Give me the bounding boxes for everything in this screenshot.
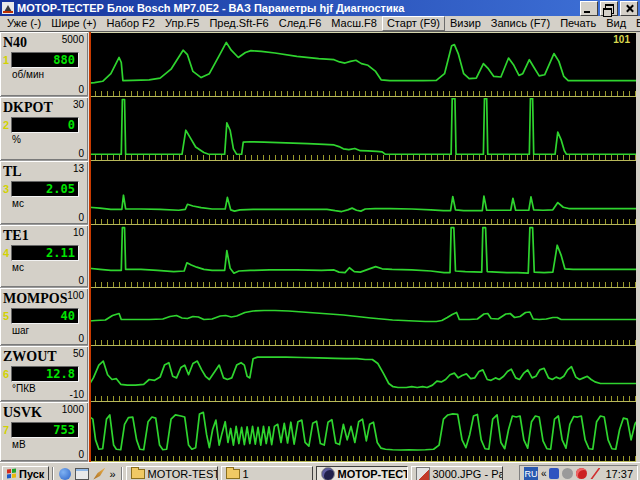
scale-max: 30 <box>73 99 84 110</box>
restore-button[interactable] <box>600 1 618 16</box>
system-tray: RU « 17:37 <box>519 465 638 480</box>
menu-item-print[interactable]: Печать <box>555 17 601 30</box>
channel-row-mompos: MOMPOS 100 540 шаг 0 <box>0 288 636 346</box>
scale-max: 50 <box>73 348 84 359</box>
taskbar-button-motor-tester-folder[interactable]: MOTOR-TESTER <box>126 466 218 480</box>
chart-strip-dkpot[interactable] <box>88 97 636 161</box>
paint-app-icon <box>416 467 430 480</box>
channel-row-usvk: USVK 1000 7753 мВ 0 <box>0 402 636 462</box>
pen-tool-icon[interactable] <box>93 468 105 480</box>
channel-panel-te1[interactable]: TE1 10 42.11 мс 0 <box>0 225 88 288</box>
unit-label: % <box>12 134 85 145</box>
internet-explorer-icon[interactable] <box>59 468 71 480</box>
scale-max: 100 <box>67 290 84 301</box>
task-button-label: МОТОР-ТЕСТЕР Блок ... <box>338 468 408 480</box>
trace-dkpot <box>89 98 636 155</box>
close-button[interactable] <box>620 1 638 16</box>
menu-item-exit[interactable]: Выход (Esc) <box>631 17 640 30</box>
menu-item-control[interactable]: Упр.F5 <box>160 17 204 30</box>
value-display: 880 <box>11 52 79 68</box>
channel-panel-tl[interactable]: TL 13 32.05 мс 0 <box>0 161 88 225</box>
channel-title: N40 <box>3 35 27 50</box>
folder-icon <box>131 469 145 479</box>
chart-strip-usvk[interactable] <box>88 402 636 462</box>
app-icon-accent <box>3 11 13 13</box>
channel-number: 1 <box>3 54 11 66</box>
channel-panel-dkpot[interactable]: DKPOT 30 20 % 0 <box>0 97 88 161</box>
unit-label: мс <box>12 262 85 273</box>
task-button-label: MOTOR-TESTER <box>148 468 218 480</box>
value-display: 12.8 <box>11 366 79 382</box>
channel-row-zwout: ZWOUT 50 612.8 °ПКВ -10 <box>0 346 636 402</box>
menu-item-prev[interactable]: Пред.Sft-F6 <box>204 17 273 30</box>
trace-usvk <box>89 403 636 456</box>
taskbar: Пуск » MOTOR-TESTER 1 МОТОР-ТЕСТЕР Блок … <box>0 462 640 480</box>
channel-number: 2 <box>3 119 11 131</box>
minimize-icon <box>584 11 590 13</box>
scale-min: 0 <box>78 212 84 223</box>
quick-launch: » <box>57 468 117 480</box>
taskbar-clock[interactable]: 17:37 <box>603 468 633 480</box>
windows-logo-icon <box>7 469 16 479</box>
tray-icon-1[interactable] <box>549 468 559 479</box>
menu-item-cursor[interactable]: Визир <box>445 17 486 30</box>
trace-n40 <box>89 34 636 91</box>
chart-strip-mompos[interactable] <box>88 288 636 346</box>
channel-panel-usvk[interactable]: USVK 1000 7753 мВ 0 <box>0 402 88 462</box>
time-ruler <box>89 456 636 462</box>
menu-item-scale[interactable]: Масш.F8 <box>326 17 382 30</box>
motor-tester-app-icon <box>321 467 335 480</box>
quick-launch-overflow-chevron[interactable]: » <box>109 468 115 480</box>
taskbar-button-motor-tester-app[interactable]: МОТОР-ТЕСТЕР Блок ... <box>316 466 408 480</box>
menu-item-start[interactable]: Старт (F9) <box>382 16 445 31</box>
menu-item-next[interactable]: След.F6 <box>274 17 327 30</box>
menu-item-set[interactable]: Набор F2 <box>101 17 160 30</box>
value-display: 753 <box>11 422 79 438</box>
frame-number: 101 <box>613 34 630 45</box>
menu-item-narrower[interactable]: Уже (-) <box>2 17 46 30</box>
restore-icon <box>605 4 614 14</box>
channel-title: TL <box>3 164 22 179</box>
scale-min: -10 <box>70 389 84 400</box>
trace-te1 <box>89 226 636 282</box>
scale-min: 0 <box>78 148 84 159</box>
scale-min: 0 <box>78 333 84 344</box>
show-desktop-icon[interactable] <box>75 468 89 480</box>
tray-icon-2[interactable] <box>562 468 573 479</box>
window-controls <box>580 1 638 16</box>
scale-max: 1000 <box>62 404 84 415</box>
channel-title: DKPOT <box>3 100 53 115</box>
channel-title: USVK <box>3 405 42 420</box>
channel-number: 3 <box>3 183 11 195</box>
taskbar-button-folder-1[interactable]: 1 <box>221 466 313 480</box>
channel-row-te1: TE1 10 42.11 мс 0 <box>0 225 636 288</box>
tray-icon-antivirus[interactable] <box>590 468 600 479</box>
language-indicator[interactable]: RU <box>524 467 538 480</box>
channel-title: MOMPOS <box>3 291 68 306</box>
chart-strip-zwout[interactable] <box>88 346 636 402</box>
minimize-button[interactable] <box>580 1 598 16</box>
scale-min: 0 <box>78 84 84 95</box>
channel-title: TE1 <box>3 228 29 243</box>
menu-item-wider[interactable]: Шире (+) <box>46 17 101 30</box>
folder-icon <box>226 469 240 479</box>
task-button-label: 1 <box>243 468 249 480</box>
window-title: МОТОР-ТЕСТЕР Блок Bosch MP7.0E2 - ВАЗ Па… <box>17 2 577 14</box>
start-button[interactable]: Пуск <box>2 466 49 480</box>
chart-strip-n40[interactable] <box>88 32 636 97</box>
trace-mompos <box>89 289 636 340</box>
taskbar-button-paint[interactable]: 3000.JPG - Paint <box>411 466 503 480</box>
tray-chevron[interactable]: « <box>541 468 547 479</box>
channel-panel-mompos[interactable]: MOMPOS 100 540 шаг 0 <box>0 288 88 346</box>
chart-strip-te1[interactable] <box>88 225 636 288</box>
taskbar-divider <box>121 467 123 480</box>
unit-label: мВ <box>12 439 85 450</box>
tray-icon-3[interactable] <box>576 468 587 479</box>
channel-panel-n40[interactable]: N40 5000 1880 об/мин 0 <box>0 32 88 97</box>
channel-number: 5 <box>3 310 11 322</box>
menu-item-record[interactable]: Запись (F7) <box>486 17 555 30</box>
unit-label: об/мин <box>12 69 85 80</box>
chart-strip-tl[interactable] <box>88 161 636 225</box>
menu-item-view[interactable]: Вид <box>601 17 631 30</box>
channel-panel-zwout[interactable]: ZWOUT 50 612.8 °ПКВ -10 <box>0 346 88 402</box>
